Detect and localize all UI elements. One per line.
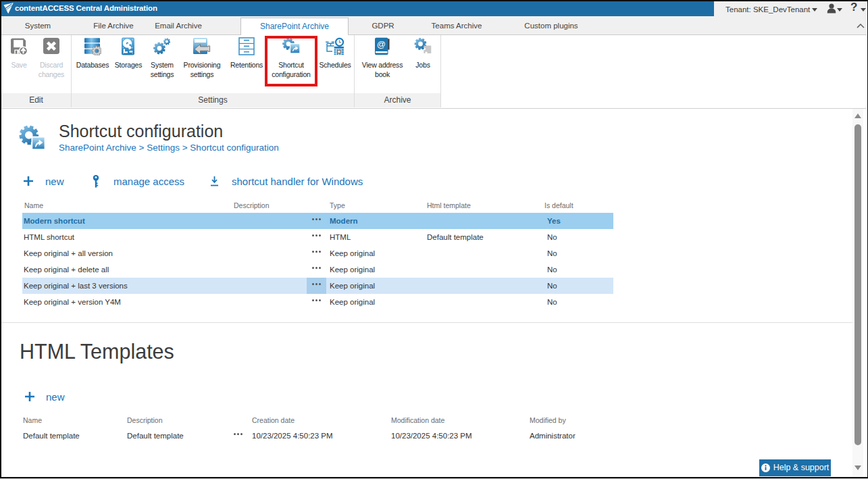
svg-text:@: @ <box>377 39 386 49</box>
